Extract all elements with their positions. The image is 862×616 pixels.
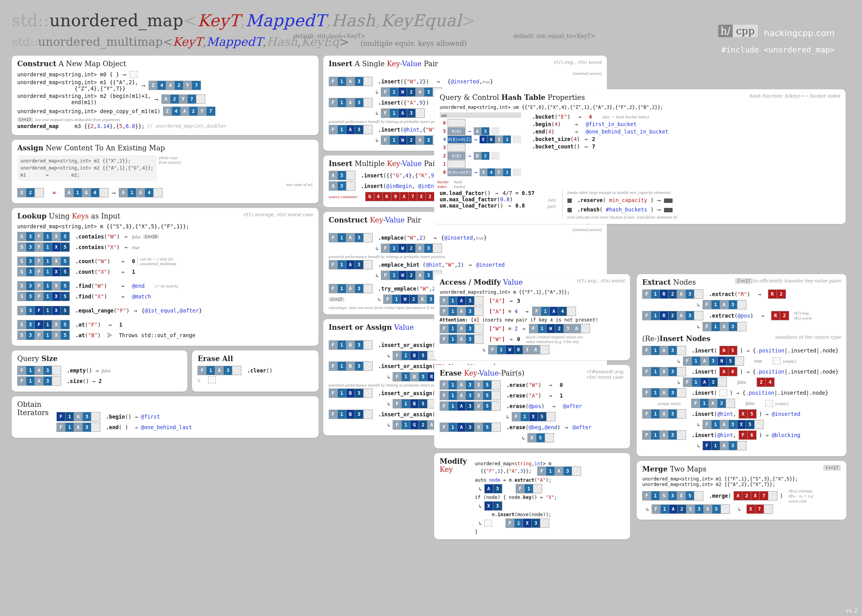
card-merge: Merge Two Maps C++17 unordered_map<strin… [637, 461, 846, 520]
default-eq-note: default: std::equal_to<KeyT> [513, 33, 596, 39]
default-hash-note: default: std::hash<KeyT> [294, 33, 366, 39]
card-lookup: Lookup Using Keys as Input 𝒪(1) average,… [12, 208, 319, 346]
branding: h/cpp hackingcpp.com #include <unordered… [718, 25, 835, 54]
card-iterators: Obtain Iterators ++ F1A3 .begin() → @fir… [12, 396, 319, 438]
card-extract-nodes: Extract Nodes to efficiently transfer ke… [637, 274, 846, 456]
version-label: v1.2 [846, 608, 857, 614]
card-erase-all: Erase All F1A3 .clear() ↳ [192, 350, 318, 392]
card-construct: Construct A New Map Object unordered_map… [12, 56, 319, 135]
card-modify-key: Modify Key unordered_map<string,int> m {… [434, 453, 630, 539]
include-directive: #include <unordered_map> [718, 45, 835, 54]
assign-codebox: unordered_map<string,int> m1 {{"X",2}}; … [17, 155, 157, 181]
card-hash-table: Query & Control Hash Table Properties ha… [434, 89, 846, 224]
card-access-modify: Access / Modify Value 𝒪(1) avg., 𝒪(n) wo… [434, 274, 630, 360]
card-assign: Assign New Content To An Existing Map un… [12, 140, 319, 203]
card-erase-kv: Erase Key-Value-Pair(s) 𝒪(#erased) avg. … [434, 365, 630, 448]
card-size: Query Size F1A3 .empty() → false F1A3 .s… [12, 350, 187, 392]
